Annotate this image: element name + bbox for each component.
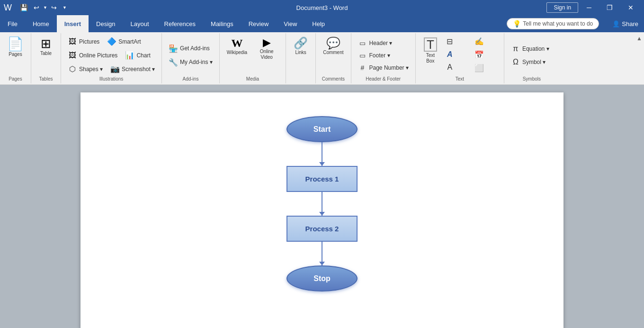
links-button[interactable]: 🔗 Links [290,35,312,57]
undo-button[interactable]: ↩ [31,3,42,12]
document-title: Document3 - Word [296,4,348,11]
tab-help[interactable]: Help [304,15,332,32]
flowchart-start: Start [286,116,358,142]
dropcap-icon: A [445,63,455,72]
symbol-label: Symbol ▾ [522,59,546,65]
comments-group-label: Comments [322,75,345,82]
chart-button[interactable]: 📊 Chart [122,49,153,62]
header-footer-group-content: ▭ Header ▾ ▭ Footer ▾ # Page Number ▾ [355,35,411,75]
wikipedia-button[interactable]: W Wikipedia [224,35,250,57]
tab-view[interactable]: View [276,15,304,32]
close-button[interactable]: ✕ [621,2,640,13]
pages-label: Pages [9,52,22,57]
wikipedia-icon: W [231,37,242,49]
sign-in-button[interactable]: Sign in [546,2,578,13]
online-video-button[interactable]: ▶ Online Video [251,35,282,63]
screenshot-icon: 📷 [110,64,120,73]
pages-button[interactable]: 📄 Pages [4,35,27,59]
media-group-content: W Wikipedia ▶ Online Video [224,35,282,75]
minimize-button[interactable]: ─ [580,2,598,13]
footer-button[interactable]: ▭ Footer ▾ [355,50,402,61]
tab-file[interactable]: File [0,15,25,32]
title-bar: W 💾 ↩ ▼ ↪ ▼ Document3 - Word Sign in ─ ❐… [0,0,644,15]
wordart-button[interactable]: A [442,48,471,61]
omega-icon: Ω [511,58,520,66]
text-group-label: Text [456,75,464,82]
redo-button[interactable]: ↪ [49,3,59,12]
tab-insert[interactable]: Insert [57,15,89,32]
ribbon-group-pages: 📄 Pages Pages [0,33,31,83]
undo-dropdown[interactable]: ▼ [43,4,48,11]
text-small-buttons2: ✍ 📅 ⬜ [472,35,500,74]
collapse-ribbon-button[interactable]: ▲ [636,35,642,42]
save-button[interactable]: 💾 [18,3,30,12]
page-number-button[interactable]: # Page Number ▾ [355,62,411,73]
shapes-icon: ⬡ [68,64,77,73]
pictures-button[interactable]: 🖼 Pictures [65,35,102,48]
text-small-buttons: ⊟ A A [442,35,471,73]
screenshot-label: Screenshot ▾ [122,66,155,73]
links-group-content: 🔗 Links [290,35,312,81]
object-button[interactable]: ⬜ [472,62,500,74]
table-icon: ⊞ [41,37,51,50]
chart-label: Chart [136,52,150,59]
textbox-button[interactable]: T TextBox [420,35,441,66]
tab-mailings[interactable]: Mailings [203,15,241,32]
ribbon-group-addins: 🏪 Get Add-ins 🔧 My Add-ins ▾ Add-ins [162,33,220,83]
signline-button[interactable]: ✍ [472,35,500,48]
table-label: Table [40,51,52,56]
links-label: Links [295,50,306,55]
pages-group-content: 📄 Pages [4,35,27,75]
comment-label: Comment [323,50,343,55]
document-canvas: Start Process 1 Process 2 Stop [0,85,644,328]
symbol-button[interactable]: Ω Symbol ▾ [508,56,555,68]
share-icon: 👤 [612,20,620,27]
tab-home[interactable]: Home [25,15,57,32]
ribbon-group-header-footer: ▭ Header ▾ ▭ Footer ▾ # Page Number ▾ He… [351,33,416,83]
tell-me-text: Tell me what you want to do [523,20,593,27]
tab-layout[interactable]: Layout [123,15,157,32]
shapes-label: Shapes ▾ [79,66,103,73]
online-pictures-button[interactable]: 🖼 Online Pictures [65,49,120,62]
quick-parts-button[interactable]: ⊟ [442,35,471,48]
customize-button[interactable]: ▼ [60,4,69,11]
wikipedia-label: Wikipedia [227,50,247,55]
tab-design[interactable]: Design [89,15,123,32]
flowchart-process2: Process 2 [286,216,358,242]
comment-button[interactable]: 💬 Comment [320,35,347,57]
media-group-label: Media [246,75,259,82]
share-button[interactable]: 👤 Share [607,15,644,32]
wordart-icon: A [445,50,455,59]
online-pictures-icon: 🖼 [68,51,77,60]
tab-review[interactable]: Review [241,15,277,32]
datetime-button[interactable]: 📅 [472,48,500,61]
shapes-button[interactable]: ⬡ Shapes ▾ [65,63,106,75]
ribbon-group-comments: 💬 Comment Comments [316,33,351,83]
header-footer-group-label: Header & Footer [366,75,401,82]
symbols-group-content: π Equation ▾ Ω Symbol ▾ [508,35,555,75]
restore-button[interactable]: ❐ [600,2,619,13]
illustrations-group-content: 🖼 Pictures 🔷 SmartArt 🖼 Online Pictures … [65,35,158,75]
tab-references[interactable]: References [157,15,203,32]
ribbon-group-symbols: π Equation ▾ Ω Symbol ▾ Symbols [504,33,559,83]
smartart-button[interactable]: 🔷 SmartArt [104,35,143,48]
pi-icon: π [511,45,520,53]
get-addins-label: Get Add-ins [180,45,210,52]
equation-button[interactable]: π Equation ▾ [508,43,555,55]
my-addins-button[interactable]: 🔧 My Add-ins ▾ [166,56,215,69]
table-button[interactable]: ⊞ Table [35,35,57,58]
tell-me-input[interactable]: 💡 Tell me what you want to do [507,18,599,29]
ribbon-group-media: W Wikipedia ▶ Online Video Media [220,33,286,83]
ribbon-collapse: ▲ [635,33,644,83]
chart-icon: 📊 [125,51,134,60]
header-icon: ▭ [358,39,367,47]
header-button[interactable]: ▭ Header ▾ [355,37,402,49]
my-addins-label: My Add-ins ▾ [180,59,213,65]
tell-me-area: 💡 Tell me what you want to do [332,15,607,32]
online-pictures-label: Online Pictures [79,52,117,59]
screenshot-button[interactable]: 📷 Screenshot ▾ [107,63,158,75]
dropcap-button[interactable]: A [442,61,471,73]
illustrations-group-label: Illustrations [99,75,124,82]
get-addins-button[interactable]: 🏪 Get Add-ins [166,42,213,55]
text-group-content: T TextBox ⊟ A A ✍ 📅 [420,35,500,75]
